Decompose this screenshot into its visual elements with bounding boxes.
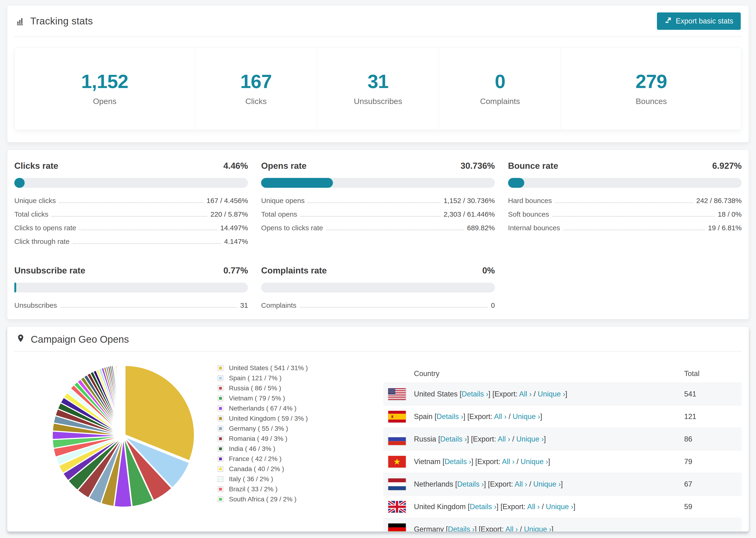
legend-item-germany[interactable]: Germany ( 55 / 3% ) <box>218 423 368 434</box>
legend-item-netherlands[interactable]: Netherlands ( 67 / 4% ) <box>218 403 368 413</box>
legend-item-canada[interactable]: Canada ( 40 / 2% ) <box>218 464 368 474</box>
rate-section-clicks-rate: Clicks rate 4.46% Unique clicks 167 / 4.… <box>14 161 248 245</box>
export-unique-link[interactable]: Unique › <box>520 457 548 466</box>
export-label: ] [Export: <box>497 503 526 511</box>
bar-chart-icon <box>16 17 25 26</box>
rate-detail-value: 689.82% <box>467 224 495 232</box>
details-link[interactable]: Details › <box>437 412 463 421</box>
legend-label: Italy ( 36 / 2% ) <box>229 475 273 483</box>
rate-detail-row: Click through rate 4.147% <box>14 238 248 245</box>
bracket-close: ] <box>548 457 550 466</box>
legend-color-swatch <box>218 406 223 411</box>
rate-value: 4.46% <box>223 161 248 171</box>
rate-progress-bar <box>261 178 495 188</box>
dotted-leader <box>60 307 237 308</box>
flag-vn-icon <box>388 456 406 467</box>
geo-table-row-ru: Russia [Details ›] [Export: All › / Uniq… <box>383 428 742 451</box>
export-unique-link[interactable]: Unique › <box>516 435 544 443</box>
legend-item-russia[interactable]: Russia ( 86 / 5% ) <box>218 383 368 393</box>
rate-detail-label: Unique clicks <box>14 197 56 205</box>
rate-detail-label: Unique opens <box>261 197 304 205</box>
rate-progress-bar <box>14 283 248 293</box>
stat-label: Opens <box>17 97 192 106</box>
export-all-link[interactable]: All › <box>494 412 507 421</box>
rate-detail-row: Total clicks 220 / 5.87% <box>14 210 248 218</box>
legend-color-swatch <box>218 366 223 370</box>
rate-section-complaints-rate: Complaints rate 0% Complaints 0 <box>261 266 495 309</box>
rate-detail-label: Unsubscribes <box>14 301 57 309</box>
legend-item-italy[interactable]: Italy ( 36 / 2% ) <box>218 474 368 484</box>
slash-separator: / <box>509 412 511 421</box>
flag-de-icon <box>388 523 406 532</box>
summary-stat-bounces: 279 Bounces <box>561 47 741 130</box>
rate-detail-value: 220 / 5.87% <box>210 210 248 218</box>
details-link[interactable]: Details › <box>461 390 488 398</box>
export-all-link[interactable]: All › <box>519 390 531 398</box>
bracket-close: ] <box>565 390 567 398</box>
legend-item-united-kingdom[interactable]: United Kingdom ( 59 / 3% ) <box>218 413 368 423</box>
rate-detail-value: 14.497% <box>220 224 248 232</box>
rate-detail-row: Soft bounces 18 / 0% <box>508 210 742 218</box>
export-all-link[interactable]: All › <box>505 525 518 532</box>
rate-title: Unsubscribe rate <box>14 266 85 276</box>
dotted-leader <box>555 202 693 203</box>
export-unique-link[interactable]: Unique › <box>538 390 565 398</box>
rate-title: Opens rate <box>261 161 306 171</box>
rate-detail-label: Click through rate <box>14 238 70 245</box>
export-unique-link[interactable]: Unique › <box>533 480 561 488</box>
export-all-link[interactable]: All › <box>498 435 510 443</box>
rates-card: Clicks rate 4.46% Unique clicks 167 / 4.… <box>7 149 749 319</box>
legend-item-vietnam[interactable]: Vietnam ( 79 / 5% ) <box>218 393 368 403</box>
legend-color-swatch <box>218 457 223 461</box>
rate-detail-value: 31 <box>240 301 248 309</box>
details-link[interactable]: Details › <box>445 457 471 466</box>
legend-item-india[interactable]: India ( 46 / 3% ) <box>218 444 368 454</box>
page-title: Tracking stats <box>30 16 93 27</box>
details-link[interactable]: Details › <box>470 503 497 511</box>
legend-item-brazil[interactable]: Brazil ( 33 / 2% ) <box>218 484 368 494</box>
geo-table-row-nl: Netherlands [Details ›] [Export: All › /… <box>383 473 742 496</box>
details-link[interactable]: Details › <box>440 435 467 443</box>
export-all-link[interactable]: All › <box>514 480 527 488</box>
legend-item-united-states[interactable]: United States ( 541 / 31% ) <box>218 363 368 373</box>
geo-table-header-row: Country Total <box>383 365 742 383</box>
rate-progress-bar <box>508 178 742 188</box>
export-unique-link[interactable]: Unique › <box>524 525 552 532</box>
rate-progress-fill <box>14 178 25 188</box>
export-basic-stats-button[interactable]: Export basic stats <box>657 13 741 30</box>
legend-color-swatch <box>218 386 223 391</box>
legend-item-romania[interactable]: Romania ( 49 / 3% ) <box>218 434 368 444</box>
summary-stat-unsubscribes: 31 Unsubscribes <box>317 47 439 130</box>
dotted-leader <box>553 216 715 217</box>
legend-item-south-africa[interactable]: South Africa ( 29 / 2% ) <box>218 494 368 504</box>
legend-item-spain[interactable]: Spain ( 121 / 7% ) <box>218 373 368 383</box>
bracket: [ <box>446 525 448 532</box>
export-label: ] [Export: <box>463 412 492 421</box>
stat-label: Clicks <box>197 97 315 106</box>
legend-label: Germany ( 55 / 3% ) <box>229 425 288 432</box>
export-all-link[interactable]: All › <box>527 503 540 511</box>
rate-section-bounce-rate: Bounce rate 6.927% Hard bounces 242 / 86… <box>508 161 742 245</box>
rate-detail-row: Hard bounces 242 / 86.738% <box>508 197 742 205</box>
legend-item-france[interactable]: France ( 42 / 2% ) <box>218 454 368 464</box>
export-unique-link[interactable]: Unique › <box>513 412 540 421</box>
rate-progress-fill <box>261 178 333 188</box>
slash-separator: / <box>534 390 536 398</box>
export-unique-link[interactable]: Unique › <box>546 503 573 511</box>
rate-detail-value: 242 / 86.738% <box>696 197 742 205</box>
country-total: 59 <box>684 496 742 518</box>
geo-table-row-vn: Vietnam [Details ›] [Export: All › / Uni… <box>383 451 742 473</box>
rate-detail-label: Clicks to opens rate <box>14 224 76 232</box>
rate-detail-row: Unique clicks 167 / 4.456% <box>14 197 248 205</box>
stat-value: 0 <box>441 71 559 92</box>
map-pin-icon <box>16 334 25 345</box>
bracket-close: ] <box>552 525 554 532</box>
details-link[interactable]: Details › <box>457 480 484 488</box>
rate-detail-label: Total clicks <box>14 210 48 218</box>
pie-slice-other[interactable] <box>123 365 124 434</box>
legend-label: Vietnam ( 79 / 5% ) <box>229 395 285 402</box>
rate-value: 6.927% <box>712 161 742 171</box>
export-all-link[interactable]: All › <box>502 457 514 466</box>
details-link[interactable]: Details › <box>448 525 475 532</box>
legend-color-swatch <box>218 477 223 481</box>
